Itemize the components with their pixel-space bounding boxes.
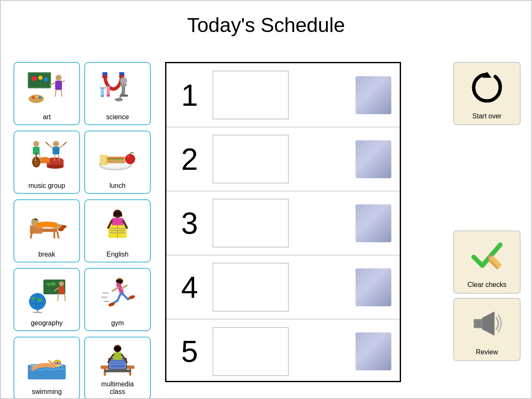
svg-point-12 bbox=[32, 96, 35, 99]
activity-card-science[interactable]: science bbox=[84, 62, 151, 125]
svg-rect-119 bbox=[110, 360, 125, 368]
multimedia-class-label: multimediaclass bbox=[101, 380, 134, 396]
svg-rect-30 bbox=[53, 147, 59, 155]
clear-checks-label: Clear checks bbox=[468, 281, 506, 289]
clear-checks-icon bbox=[468, 231, 506, 281]
svg-rect-56 bbox=[106, 160, 125, 163]
svg-rect-6 bbox=[55, 81, 62, 90]
schedule-check-2[interactable] bbox=[356, 140, 391, 178]
swimming-label: swimming bbox=[32, 388, 61, 396]
svg-line-10 bbox=[61, 90, 62, 96]
english-icon bbox=[85, 200, 150, 251]
svg-point-57 bbox=[125, 154, 135, 164]
break-label: break bbox=[38, 251, 55, 258]
activity-card-english[interactable]: English bbox=[84, 199, 151, 262]
start-over-label: Start over bbox=[472, 112, 501, 120]
clear-checks-button[interactable]: Clear checks bbox=[453, 230, 521, 294]
page-title: Today's Schedule bbox=[1, 1, 531, 41]
activity-card-gym[interactable]: gym bbox=[84, 268, 151, 331]
lunch-icon bbox=[85, 131, 150, 182]
svg-point-22 bbox=[120, 78, 127, 84]
svg-line-95 bbox=[112, 287, 118, 291]
svg-line-34 bbox=[64, 142, 66, 145]
svg-point-13 bbox=[35, 96, 38, 98]
activity-card-swimming[interactable]: swimming bbox=[13, 337, 80, 399]
art-icon bbox=[14, 63, 79, 113]
science-icon bbox=[85, 63, 150, 113]
schedule-slot-3[interactable] bbox=[213, 199, 289, 247]
svg-rect-18 bbox=[119, 72, 124, 75]
schedule-row-2: 2 bbox=[166, 127, 400, 191]
svg-rect-16 bbox=[102, 72, 107, 75]
svg-point-40 bbox=[33, 141, 39, 147]
schedule-check-3[interactable] bbox=[356, 204, 391, 242]
schedule-row-4: 4 bbox=[166, 255, 400, 319]
svg-line-99 bbox=[122, 293, 128, 300]
schedule-slot-2[interactable] bbox=[213, 135, 289, 183]
svg-point-3 bbox=[38, 76, 43, 80]
svg-point-4 bbox=[44, 78, 48, 82]
gym-label: gym bbox=[111, 319, 124, 327]
svg-point-87 bbox=[32, 312, 43, 313]
activity-card-lunch[interactable]: lunch bbox=[84, 131, 151, 194]
schedule-check-1[interactable] bbox=[356, 76, 391, 114]
schedule-check-5[interactable] bbox=[356, 332, 391, 370]
svg-line-33 bbox=[46, 142, 48, 145]
lunch-label: lunch bbox=[110, 182, 126, 190]
schedule-container: 1 2 3 4 5 bbox=[165, 62, 401, 382]
music-group-label: music group bbox=[28, 182, 65, 190]
geography-icon bbox=[14, 269, 79, 319]
art-label: art bbox=[43, 113, 51, 121]
activity-panel: art bbox=[13, 62, 152, 399]
svg-rect-90 bbox=[59, 287, 64, 294]
svg-line-8 bbox=[62, 81, 64, 82]
svg-line-92 bbox=[58, 294, 59, 301]
schedule-slot-4[interactable] bbox=[213, 263, 289, 311]
break-icon bbox=[14, 200, 79, 251]
svg-point-24 bbox=[115, 98, 123, 102]
svg-line-96 bbox=[122, 286, 127, 289]
schedule-number-3: 3 bbox=[175, 206, 204, 241]
svg-point-37 bbox=[47, 165, 64, 169]
activity-card-break[interactable]: break bbox=[13, 199, 80, 262]
svg-line-65 bbox=[57, 232, 59, 238]
schedule-check-4[interactable] bbox=[356, 268, 391, 306]
review-label: Review bbox=[476, 348, 498, 356]
svg-rect-39 bbox=[40, 159, 50, 163]
svg-point-29 bbox=[53, 141, 59, 147]
schedule-slot-1[interactable] bbox=[213, 71, 289, 119]
svg-point-84 bbox=[29, 293, 46, 310]
svg-rect-122 bbox=[104, 370, 131, 372]
english-label: English bbox=[107, 251, 128, 258]
start-over-button[interactable]: Start over bbox=[453, 62, 521, 125]
schedule-number-1: 1 bbox=[175, 78, 204, 112]
schedule-number-2: 2 bbox=[175, 142, 204, 177]
review-icon bbox=[468, 299, 506, 348]
svg-line-9 bbox=[55, 90, 56, 96]
science-label: science bbox=[106, 113, 129, 121]
svg-line-31 bbox=[48, 145, 53, 148]
geography-label: geography bbox=[31, 319, 63, 327]
svg-marker-132 bbox=[482, 311, 495, 336]
svg-line-93 bbox=[64, 294, 65, 301]
schedule-number-4: 4 bbox=[175, 270, 204, 305]
schedule-slot-5[interactable] bbox=[213, 327, 289, 376]
svg-rect-60 bbox=[100, 155, 107, 157]
svg-point-5 bbox=[56, 75, 61, 81]
activity-card-art[interactable]: art bbox=[13, 62, 80, 125]
activity-card-music-group[interactable]: music group bbox=[13, 131, 80, 194]
music-group-icon bbox=[14, 131, 79, 182]
activity-card-multimedia-class[interactable]: multimediaclass bbox=[84, 337, 151, 399]
svg-line-32 bbox=[59, 145, 64, 148]
svg-line-97 bbox=[118, 293, 121, 301]
svg-point-14 bbox=[39, 96, 41, 99]
schedule-row-5: 5 bbox=[166, 319, 400, 383]
svg-point-89 bbox=[59, 281, 64, 287]
start-over-icon bbox=[468, 63, 506, 112]
gym-icon bbox=[85, 269, 150, 319]
schedule-row-1: 1 bbox=[166, 63, 400, 127]
swimming-icon bbox=[14, 337, 79, 388]
review-button[interactable]: Review bbox=[453, 298, 521, 361]
activity-card-geography[interactable]: geography bbox=[13, 268, 80, 331]
svg-point-58 bbox=[127, 155, 130, 158]
